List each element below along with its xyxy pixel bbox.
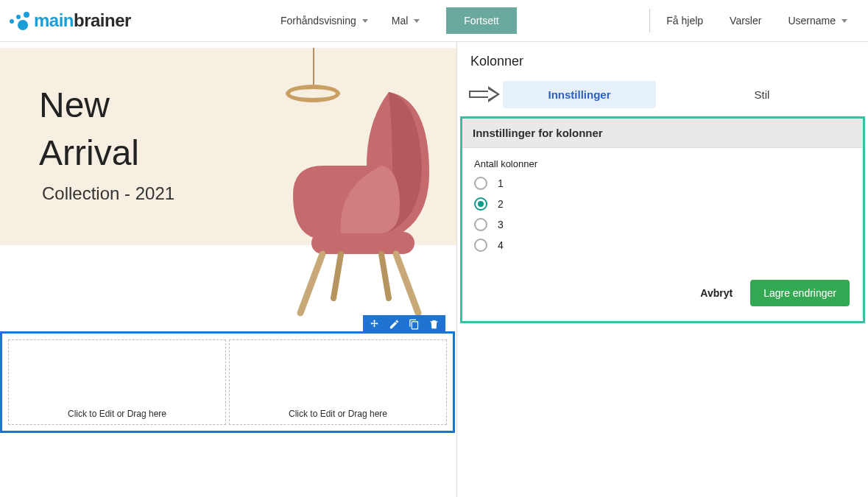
pencil-icon (389, 319, 400, 330)
radio-option-3[interactable]: 3 (474, 218, 851, 231)
topbar-right-nav: Få hjelp Varsler Username (646, 7, 861, 34)
preview-dropdown[interactable]: Forhåndsvisning (269, 8, 380, 33)
column-dropzone-2[interactable]: Click to Edit or Drag here (229, 339, 447, 425)
username-label: Username (788, 15, 836, 27)
radio-option-2[interactable]: 2 (474, 197, 851, 211)
main-area: New Arrival Collection - 2021 (0, 42, 868, 497)
radio-label: 2 (498, 198, 504, 210)
preview-label: Forhåndsvisning (280, 15, 356, 27)
delete-button[interactable] (427, 317, 441, 331)
alerts-link[interactable]: Varsler (716, 7, 775, 34)
svg-line-4 (381, 254, 389, 298)
settings-body: Antall kolonner 1 2 3 4 (462, 148, 863, 272)
settings-subheader: Innstillinger for kolonner (462, 119, 863, 148)
cancel-button[interactable]: Avbryt (696, 280, 737, 306)
radio-icon-checked (474, 197, 487, 211)
tab-settings[interactable]: Innstillinger (503, 81, 656, 108)
trash-icon (428, 319, 440, 330)
settings-highlight: Innstillinger for kolonner Antall kolonn… (460, 116, 865, 323)
logo-icon (9, 10, 29, 31)
svg-rect-0 (311, 232, 414, 254)
settings-actions: Avbryt Lagre endringer (462, 272, 863, 321)
radio-option-4[interactable]: 4 (474, 239, 851, 252)
hero-subtitle: Collection - 2021 (42, 183, 174, 204)
svg-line-1 (300, 254, 322, 313)
caret-down-icon (362, 19, 368, 23)
save-button[interactable]: Lagre endringer (750, 280, 850, 306)
caret-down-icon (414, 19, 420, 23)
duplicate-button[interactable] (407, 317, 421, 331)
move-button[interactable] (367, 317, 381, 331)
tab-style[interactable]: Stil (656, 81, 868, 108)
radio-label: 3 (498, 219, 504, 230)
caret-down-icon (841, 19, 847, 23)
help-link[interactable]: Få hjelp (653, 7, 716, 34)
move-icon (369, 319, 380, 330)
radio-icon (474, 218, 487, 231)
settings-panel: Kolonner Innstillinger Stil Innstillinge… (456, 42, 868, 497)
logo-text: mainbrainer (34, 10, 131, 31)
radio-option-1[interactable]: 1 (474, 177, 851, 190)
columns-block-selected[interactable]: Click to Edit or Drag here Click to Edit… (0, 331, 455, 433)
block-toolbar (363, 315, 445, 334)
radio-label: 1 (498, 177, 504, 189)
logo[interactable]: mainbrainer (9, 10, 131, 31)
editor-canvas: New Arrival Collection - 2021 (0, 42, 456, 497)
panel-tabs: Innstillinger Stil (457, 80, 868, 109)
arrow-callout-icon (467, 86, 501, 102)
chair-graphic (271, 77, 440, 320)
template-label: Mal (392, 15, 409, 27)
hero-title: New Arrival (39, 82, 139, 177)
radio-label: 4 (498, 239, 504, 251)
column-dropzone-1[interactable]: Click to Edit or Drag here (8, 339, 226, 425)
edit-button[interactable] (387, 317, 401, 331)
template-dropdown[interactable]: Mal (380, 8, 432, 33)
panel-title: Kolonner (457, 42, 868, 75)
svg-line-2 (396, 254, 418, 313)
divider (649, 9, 650, 32)
radio-icon (474, 177, 487, 190)
columns-inner: Click to Edit or Drag here Click to Edit… (2, 334, 453, 431)
topbar-center-nav: Forhåndsvisning Mal Fortsett (269, 7, 517, 34)
copy-icon (409, 319, 420, 330)
top-bar: mainbrainer Forhåndsvisning Mal Fortsett… (0, 0, 868, 42)
radio-icon (474, 239, 487, 252)
field-label-columns: Antall kolonner (474, 158, 851, 169)
hero-block[interactable]: New Arrival Collection - 2021 (0, 48, 456, 245)
username-dropdown[interactable]: Username (775, 7, 861, 34)
svg-line-3 (334, 254, 341, 298)
continue-button[interactable]: Fortsett (446, 7, 516, 34)
